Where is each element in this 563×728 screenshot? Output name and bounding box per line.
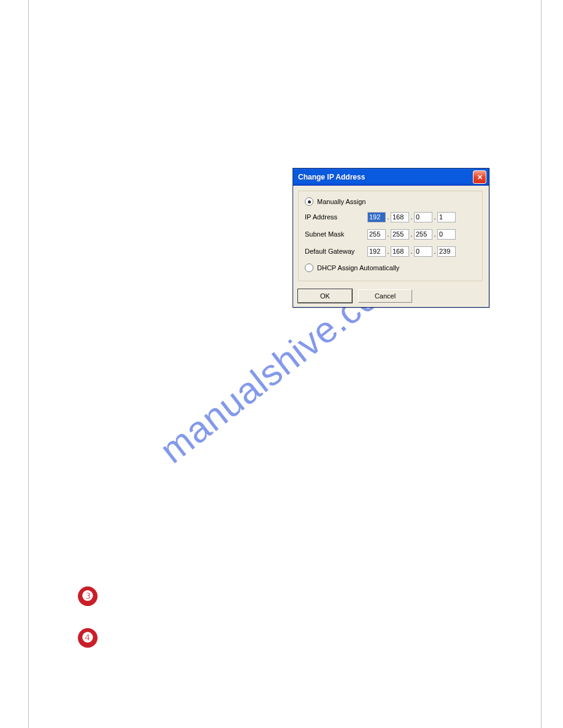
dialog-titlebar[interactable]: Change IP Address ✕ bbox=[293, 169, 489, 186]
dialog-title: Change IP Address bbox=[298, 173, 365, 181]
ip-octet-3[interactable]: 0 bbox=[414, 212, 432, 222]
mask-octet-4[interactable]: 0 bbox=[437, 229, 456, 240]
ok-button[interactable]: OK bbox=[298, 289, 352, 303]
ip-octet-2[interactable]: 168 bbox=[391, 212, 409, 222]
radio-manual-assign[interactable]: Manually Assign bbox=[305, 196, 476, 207]
mask-octet-3[interactable]: 255 bbox=[414, 229, 432, 240]
default-gateway-fields: 192. 168. 0. 239 bbox=[367, 246, 456, 257]
ip-address-row: IP Address 192. 168. 0. 1 bbox=[305, 211, 476, 223]
gw-octet-2[interactable]: 168 bbox=[391, 246, 409, 257]
radio-dhcp-label: DHCP Assign Automatically bbox=[317, 264, 399, 271]
gw-octet-4[interactable]: 239 bbox=[437, 246, 456, 257]
dialog-body: Manually Assign IP Address 192. 168. 0. … bbox=[298, 191, 483, 281]
ip-octet-4[interactable]: 1 bbox=[437, 212, 456, 222]
ip-octet-1[interactable]: 192 bbox=[367, 212, 386, 222]
default-gateway-label: Default Gateway bbox=[305, 248, 367, 255]
cancel-button[interactable]: Cancel bbox=[358, 289, 412, 303]
radio-dhcp-auto[interactable]: DHCP Assign Automatically bbox=[305, 262, 476, 273]
mask-octet-2[interactable]: 255 bbox=[391, 229, 409, 240]
step-badge-3: ❸ bbox=[78, 586, 98, 606]
close-button[interactable]: ✕ bbox=[473, 170, 486, 184]
dialog-button-row: OK Cancel bbox=[298, 289, 412, 303]
radio-manual-label: Manually Assign bbox=[317, 198, 366, 205]
subnet-mask-fields: 255. 255. 255. 0 bbox=[367, 229, 456, 240]
default-gateway-row: Default Gateway 192. 168. 0. 239 bbox=[305, 245, 476, 257]
subnet-mask-row: Subnet Mask 255. 255. 255. 0 bbox=[305, 228, 476, 240]
subnet-mask-label: Subnet Mask bbox=[305, 230, 367, 238]
step-badge-4: ❹ bbox=[78, 628, 98, 648]
mask-octet-1[interactable]: 255 bbox=[367, 229, 386, 240]
radio-button-icon bbox=[305, 264, 313, 272]
gw-octet-1[interactable]: 192 bbox=[367, 246, 386, 257]
ip-address-fields: 192. 168. 0. 1 bbox=[367, 212, 456, 222]
ip-address-label: IP Address bbox=[305, 213, 367, 221]
radio-button-icon bbox=[305, 197, 313, 206]
close-icon: ✕ bbox=[477, 174, 483, 181]
page-frame bbox=[28, 0, 542, 728]
change-ip-dialog: Change IP Address ✕ Manually Assign IP A… bbox=[293, 168, 489, 308]
gw-octet-3[interactable]: 0 bbox=[414, 246, 432, 257]
